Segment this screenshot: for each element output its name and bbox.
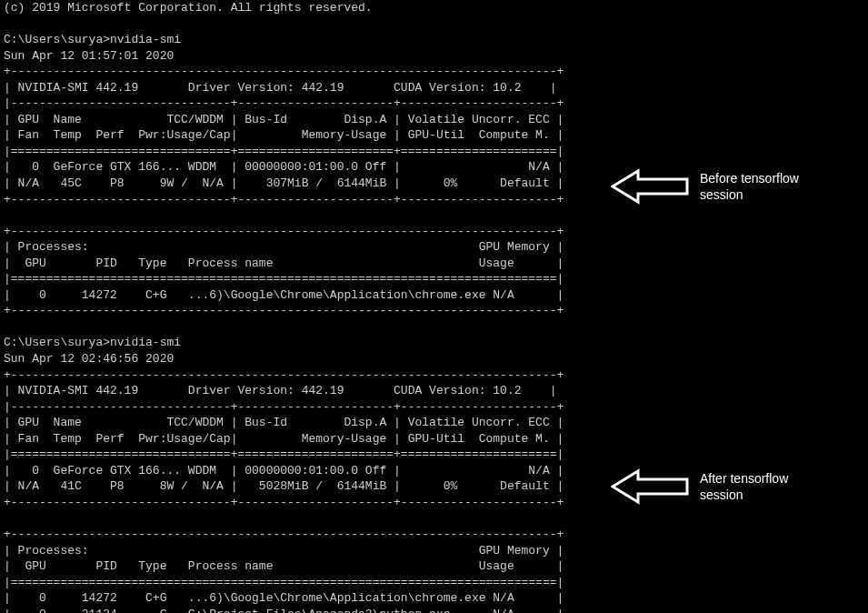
annotation-after: After tensorflow session xyxy=(611,467,827,506)
annotation-before: Before tensorflow session xyxy=(611,167,827,206)
arrow-left-icon xyxy=(611,167,689,206)
annotation-after-label: After tensorflow session xyxy=(700,470,827,503)
terminal-output: (c) 2019 Microsoft Corporation. All righ… xyxy=(0,0,868,613)
arrow-left-icon xyxy=(611,467,689,506)
annotation-before-label: Before tensorflow session xyxy=(700,170,827,203)
